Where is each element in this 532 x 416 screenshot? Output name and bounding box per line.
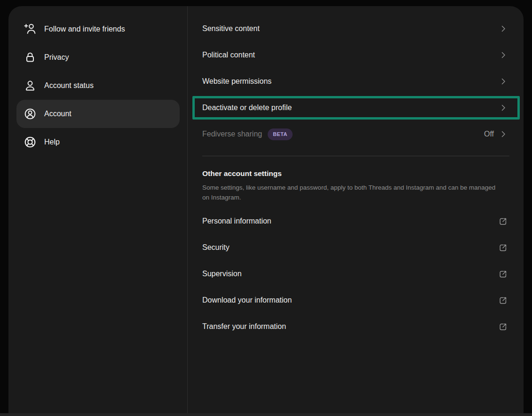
section-title: Other account settings: [202, 169, 508, 178]
row-fediverse-sharing[interactable]: Fediverse sharing BETA Off: [188, 121, 524, 147]
settings-sidebar: Follow and invite friends Privacy Accoun…: [8, 6, 187, 416]
external-link-icon: [498, 243, 508, 253]
person-add-icon: [24, 23, 36, 35]
row-political-content[interactable]: Political content: [188, 42, 524, 68]
sidebar-item-help[interactable]: Help: [16, 128, 180, 156]
section-description: Some settings, like username and passwor…: [202, 183, 500, 202]
external-link-icon: [498, 296, 508, 305]
row-value: Off: [484, 130, 494, 138]
lifebuoy-icon: [24, 136, 36, 148]
settings-window: Follow and invite friends Privacy Accoun…: [8, 6, 524, 416]
chevron-right-icon: [499, 77, 508, 86]
row-label: Personal information: [202, 217, 498, 225]
sidebar-item-label: Follow and invite friends: [44, 25, 125, 33]
row-label: Political content: [202, 51, 499, 59]
account-settings-content: Sensitive content Political content Webs…: [188, 6, 524, 416]
chevron-right-icon: [499, 103, 508, 112]
person-circle-icon: [24, 108, 36, 120]
row-download-your-information[interactable]: Download your information: [188, 287, 524, 313]
row-supervision[interactable]: Supervision: [188, 261, 524, 287]
lock-icon: [24, 51, 36, 64]
chevron-right-icon: [499, 129, 508, 139]
external-settings-list: Personal information Security: [188, 208, 524, 340]
chevron-right-icon: [499, 24, 508, 33]
row-deactivate-or-delete-profile[interactable]: Deactivate or delete profile: [188, 95, 524, 121]
person-icon: [24, 80, 36, 92]
row-transfer-your-information[interactable]: Transfer your information: [188, 313, 524, 340]
row-sensitive-content[interactable]: Sensitive content: [188, 16, 524, 42]
sidebar-item-privacy[interactable]: Privacy: [16, 43, 180, 72]
row-label: Sensitive content: [202, 24, 499, 33]
sidebar-item-follow-and-invite-friends[interactable]: Follow and invite friends: [16, 15, 180, 43]
row-label: Fediverse sharing: [202, 130, 262, 138]
row-label: Transfer your information: [202, 322, 498, 331]
row-website-permissions[interactable]: Website permissions: [188, 68, 524, 95]
sidebar-item-label: Privacy: [44, 53, 69, 62]
sidebar-item-label: Account status: [44, 81, 94, 90]
row-label: Supervision: [202, 270, 498, 278]
sidebar-item-label: Help: [44, 138, 60, 146]
row-personal-information[interactable]: Personal information: [188, 208, 524, 234]
row-label: Deactivate or delete profile: [202, 104, 499, 112]
section-divider: [202, 156, 509, 156]
sidebar-item-label: Account: [44, 110, 71, 118]
row-security[interactable]: Security: [188, 234, 524, 261]
external-link-icon: [498, 322, 508, 332]
external-link-icon: [498, 269, 508, 279]
beta-badge: BETA: [268, 128, 293, 140]
external-link-icon: [498, 216, 508, 226]
sidebar-item-account[interactable]: Account: [16, 100, 180, 128]
row-label: Download your information: [202, 296, 498, 304]
sidebar-item-account-status[interactable]: Account status: [16, 72, 180, 100]
row-label: Security: [202, 243, 498, 252]
chevron-right-icon: [499, 50, 508, 60]
row-label: Website permissions: [202, 77, 499, 86]
window-bottom-edge: [0, 413, 532, 416]
